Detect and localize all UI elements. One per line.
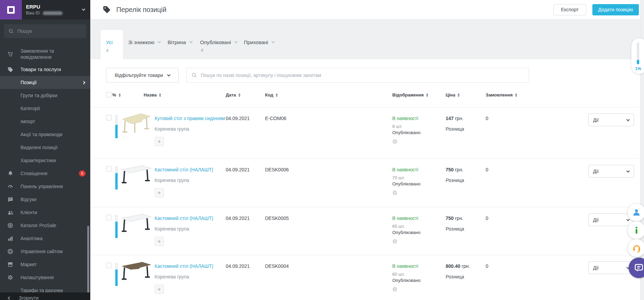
sidebar-scrollbar-thumb[interactable] xyxy=(87,226,89,293)
expand-row-button[interactable]: + xyxy=(155,137,164,146)
row-orders: 0 xyxy=(486,116,488,121)
completion-gauge-track xyxy=(637,42,639,64)
published-status: Опубліковано xyxy=(392,130,421,135)
sort-icon xyxy=(515,93,517,97)
row-checkbox[interactable] xyxy=(106,263,111,268)
price-type: Розница xyxy=(446,178,464,183)
support-fab-button[interactable] xyxy=(628,239,644,257)
row-code: DESK0005 xyxy=(265,216,289,221)
sidebar-item-groups[interactable]: Групи та добірки xyxy=(0,89,90,102)
quality-bar xyxy=(115,115,118,138)
product-image[interactable] xyxy=(120,259,153,284)
tab-hidden[interactable]: Приховані xyxy=(244,39,274,45)
product-name-link[interactable]: Кастомний стіл (НАЛАШТ) xyxy=(155,167,213,172)
bell-icon xyxy=(0,171,21,177)
product-name-link[interactable]: Кутовий стіл з правим сидінням xyxy=(155,116,225,121)
info-fab-button[interactable] xyxy=(628,221,644,239)
sort-icon xyxy=(119,93,121,97)
row-date: 04.09.2021 xyxy=(226,116,250,121)
add-position-button[interactable]: Додати позицію xyxy=(592,4,639,15)
target-icon xyxy=(0,222,21,229)
expand-row-button[interactable]: + xyxy=(155,237,164,246)
sidebar-item-promos[interactable]: Акції та промокоди xyxy=(0,128,90,141)
sidebar-search-input[interactable] xyxy=(17,28,82,34)
tab-discounted[interactable]: Зі знижкою xyxy=(128,39,160,45)
sidebar-item-positions[interactable]: Позиції xyxy=(0,76,90,89)
sort-icon xyxy=(276,93,278,97)
row-actions-select[interactable]: Дії xyxy=(588,261,634,274)
product-search-input[interactable] xyxy=(201,73,524,78)
sidebar-item-goods[interactable]: Товари та послуги xyxy=(0,63,90,76)
profile-fab-button[interactable] xyxy=(628,204,644,221)
select-all-checkbox[interactable] xyxy=(106,92,111,97)
chevron-down-icon xyxy=(234,40,238,43)
account-header[interactable]: ERPU Ваш ID: xyxy=(0,0,90,19)
row-checkbox[interactable] xyxy=(106,115,111,120)
product-name-link[interactable]: Кастомний стіл (НАЛАШТ) xyxy=(155,216,213,221)
sidebar-item-site[interactable]: Управління сайтом xyxy=(0,245,90,258)
row-price: 800.40 грн. xyxy=(446,263,470,269)
chevron-down-icon xyxy=(167,73,170,77)
row-price: 750 грн. xyxy=(446,167,463,172)
availability-status: В наявності xyxy=(392,263,418,269)
sidebar-item-prosale[interactable]: Каталог ProSale xyxy=(0,219,90,232)
sidebar-item-dashboard[interactable]: Панель управління xyxy=(0,180,90,193)
tab-published[interactable]: Опубліковані 4 xyxy=(200,39,237,45)
column-header-date[interactable]: Дата xyxy=(226,92,240,97)
chevron-down-icon xyxy=(627,169,630,172)
expand-row-button[interactable]: + xyxy=(155,285,164,294)
product-image[interactable] xyxy=(120,211,153,236)
availability-status: В наявності xyxy=(392,216,418,221)
sort-icon xyxy=(159,93,161,97)
filter-products-button[interactable]: Відфільтруйте товари xyxy=(106,68,179,83)
account-menu-chevron-icon[interactable] xyxy=(82,8,86,11)
sort-icon xyxy=(458,93,460,97)
product-group: Коренева група xyxy=(155,126,189,132)
chevron-down-icon xyxy=(189,40,193,43)
sidebar-item-reviews[interactable]: Відгуки xyxy=(0,193,90,206)
tab-all[interactable]: Усі 4 xyxy=(100,29,123,59)
row-orders: 0 xyxy=(486,167,488,172)
sidebar-item-deleted[interactable]: Видалені позиції xyxy=(0,141,90,154)
row-code: DESK0004 xyxy=(265,263,289,269)
sidebar-item-settings[interactable]: Налаштування xyxy=(0,271,90,284)
column-header-name[interactable]: Назва xyxy=(144,92,161,97)
tab-showcase[interactable]: Вітрина xyxy=(168,39,192,45)
row-actions-select[interactable]: Дії xyxy=(588,213,634,226)
column-header-price[interactable]: Ціна xyxy=(446,92,460,97)
row-date: 04.09.2021 xyxy=(226,263,250,269)
sidebar-item-market[interactable]: Маркет xyxy=(0,258,90,271)
row-checkbox[interactable] xyxy=(106,215,111,220)
store-icon xyxy=(0,261,21,268)
visibility-globe-icon xyxy=(392,139,397,144)
sidebar-item-import[interactable]: Імпорт xyxy=(0,115,90,128)
column-header-orders[interactable]: Замовлення xyxy=(486,92,517,97)
row-actions-select[interactable]: Дії xyxy=(588,114,634,126)
price-type: Розница xyxy=(446,226,464,232)
sidebar-item-attributes[interactable]: Характеристики xyxy=(0,154,90,167)
sidebar-item-notifications[interactable]: Сповіщення 5 xyxy=(0,167,90,180)
row-actions-select[interactable]: Дії xyxy=(588,165,634,178)
expand-row-button[interactable]: + xyxy=(155,188,164,197)
row-checkbox[interactable] xyxy=(106,166,111,172)
table-row: Кутовий стіл з правим сидінням Коренева … xyxy=(90,107,639,158)
column-header-quality[interactable]: % xyxy=(112,92,121,97)
row-date: 04.09.2021 xyxy=(226,216,250,221)
column-header-code[interactable]: Код xyxy=(265,92,278,97)
sidebar-collapse-bar[interactable]: Згорнути xyxy=(0,292,90,300)
export-button[interactable]: Експорт xyxy=(553,4,586,15)
product-image[interactable] xyxy=(120,163,153,187)
product-name-link[interactable]: Кастомний стіл (НАЛАШТ) xyxy=(155,263,213,269)
sidebar-item-orders[interactable]: Замовлення та повідомлення xyxy=(0,45,90,63)
globe-icon xyxy=(0,248,21,255)
quality-bar xyxy=(115,263,118,286)
product-image[interactable] xyxy=(120,112,153,136)
sidebar-search[interactable] xyxy=(4,24,86,38)
column-header-visibility[interactable]: Відображення xyxy=(392,92,428,97)
table-row: Кастомний стіл (НАЛАШТ) Коренева група +… xyxy=(90,158,639,207)
completion-gauge[interactable]: 1% xyxy=(631,38,644,74)
sidebar-item-clients[interactable]: Клієнти xyxy=(0,206,90,219)
sidebar-item-categories[interactable]: Категорії xyxy=(0,102,90,115)
availability-status: В наявності xyxy=(392,167,418,172)
sidebar-item-analytics[interactable]: Аналітика xyxy=(0,232,90,245)
